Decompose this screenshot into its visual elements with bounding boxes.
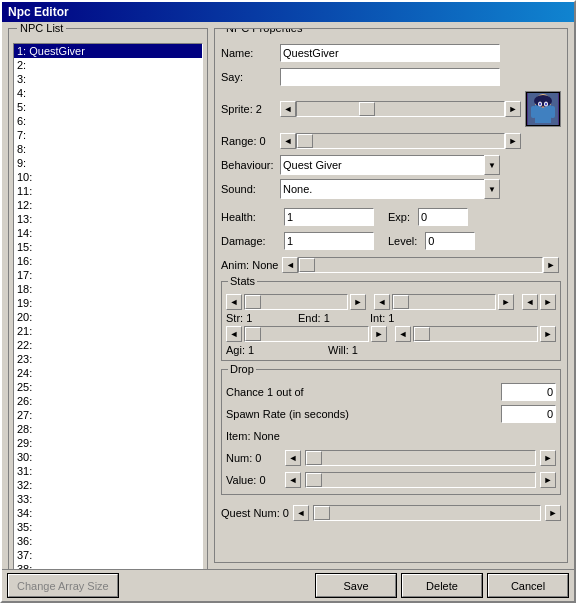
anim-left-btn[interactable]: ◄	[282, 257, 298, 273]
npc-list-item[interactable]: 23:	[14, 352, 202, 366]
will-val: Will: 1	[328, 344, 378, 356]
sprite-right-btn[interactable]: ►	[505, 101, 521, 117]
npc-list-item[interactable]: 12:	[14, 198, 202, 212]
exp-input[interactable]	[418, 208, 468, 226]
sound-row: Sound: None. ▼	[221, 179, 561, 199]
end-right-btn[interactable]: ►	[498, 294, 514, 310]
item-label: Item: None	[226, 430, 280, 442]
cancel-button[interactable]: Cancel	[488, 574, 568, 597]
npc-list-item[interactable]: 19:	[14, 296, 202, 310]
npc-list-item[interactable]: 21:	[14, 324, 202, 338]
npc-list-item[interactable]: 15:	[14, 240, 202, 254]
npc-list-item[interactable]: 5:	[14, 100, 202, 114]
npc-list-item[interactable]: 30:	[14, 450, 202, 464]
npc-list-item[interactable]: 20:	[14, 310, 202, 324]
npc-list-item[interactable]: 33:	[14, 492, 202, 506]
exp-label: Exp:	[388, 211, 410, 223]
change-array-button[interactable]: Change Array Size	[8, 574, 118, 597]
str-track[interactable]	[244, 294, 348, 310]
range-thumb	[297, 134, 313, 148]
npc-list-item[interactable]: 32:	[14, 478, 202, 492]
npc-list-item[interactable]: 4:	[14, 86, 202, 100]
int-left-btn[interactable]: ◄	[522, 294, 538, 310]
will-right-btn[interactable]: ►	[540, 326, 556, 342]
delete-button[interactable]: Delete	[402, 574, 482, 597]
npc-list-item[interactable]: 11:	[14, 184, 202, 198]
chance-input[interactable]	[501, 383, 556, 401]
will-left-btn[interactable]: ◄	[395, 326, 411, 342]
agi-track[interactable]	[244, 326, 369, 342]
behaviour-dropdown-wrapper: Quest Giver Attack on Sight Friendly Sho…	[280, 155, 500, 175]
spawn-input[interactable]	[501, 405, 556, 423]
quest-track[interactable]	[313, 505, 541, 521]
agi-left-btn[interactable]: ◄	[226, 326, 242, 342]
sprite-track[interactable]	[296, 101, 505, 117]
sprite-left-btn[interactable]: ◄	[280, 101, 296, 117]
quest-left-btn[interactable]: ◄	[293, 505, 309, 521]
npc-list-item[interactable]: 9:	[14, 156, 202, 170]
str-val: Str: 1	[226, 312, 276, 324]
npc-list-item[interactable]: 10:	[14, 170, 202, 184]
save-button[interactable]: Save	[316, 574, 396, 597]
str-right-btn[interactable]: ►	[350, 294, 366, 310]
spawn-row: Spawn Rate (in seconds)	[226, 404, 556, 424]
damage-label: Damage:	[221, 235, 276, 247]
npc-list-item[interactable]: 8:	[14, 142, 202, 156]
npc-list-item[interactable]: 28:	[14, 422, 202, 436]
npc-list-item[interactable]: 13:	[14, 212, 202, 226]
will-track[interactable]	[413, 326, 538, 342]
npc-list-item[interactable]: 34:	[14, 506, 202, 520]
sound-dropdown-wrapper: None. ▼	[280, 179, 500, 199]
npc-list[interactable]: 1: QuestGiver2:3:4:5:6:7:8:9:10:11:12:13…	[13, 43, 203, 569]
npc-list-item[interactable]: 14:	[14, 226, 202, 240]
int-right-btn[interactable]: ►	[540, 294, 556, 310]
health-input[interactable]	[284, 208, 374, 226]
npc-list-item[interactable]: 29:	[14, 436, 202, 450]
npc-list-item[interactable]: 25:	[14, 380, 202, 394]
npc-list-item[interactable]: 2:	[14, 58, 202, 72]
npc-list-item[interactable]: 38:	[14, 562, 202, 569]
agi-right-btn[interactable]: ►	[371, 326, 387, 342]
level-input[interactable]	[425, 232, 475, 250]
range-left-btn[interactable]: ◄	[280, 133, 296, 149]
npc-list-item[interactable]: 1: QuestGiver	[14, 44, 202, 58]
say-row: Say:	[221, 67, 561, 87]
num-left-btn[interactable]: ◄	[285, 450, 301, 466]
end-track[interactable]	[392, 294, 496, 310]
npc-list-item[interactable]: 37:	[14, 548, 202, 562]
npc-list-item[interactable]: 17:	[14, 268, 202, 282]
str-left-btn[interactable]: ◄	[226, 294, 242, 310]
num-track[interactable]	[305, 450, 536, 466]
main-content: NPC List 1: QuestGiver2:3:4:5:6:7:8:9:10…	[2, 22, 574, 569]
end-left-btn[interactable]: ◄	[374, 294, 390, 310]
value-track[interactable]	[305, 472, 536, 488]
num-thumb	[306, 451, 322, 465]
npc-list-item[interactable]: 16:	[14, 254, 202, 268]
anim-right-btn[interactable]: ►	[543, 257, 559, 273]
npc-list-item[interactable]: 6:	[14, 114, 202, 128]
behaviour-dropdown[interactable]: Quest Giver Attack on Sight Friendly Sho…	[280, 155, 500, 175]
npc-list-item[interactable]: 22:	[14, 338, 202, 352]
quest-right-btn[interactable]: ►	[545, 505, 561, 521]
npc-list-item[interactable]: 26:	[14, 394, 202, 408]
npc-list-item[interactable]: 24:	[14, 366, 202, 380]
sound-dropdown[interactable]: None.	[280, 179, 500, 199]
num-right-btn[interactable]: ►	[540, 450, 556, 466]
npc-list-item[interactable]: 36:	[14, 534, 202, 548]
range-track[interactable]	[296, 133, 505, 149]
npc-list-item[interactable]: 27:	[14, 408, 202, 422]
sprite-label: Sprite: 2	[221, 103, 276, 115]
value-left-btn[interactable]: ◄	[285, 472, 301, 488]
damage-input[interactable]	[284, 232, 374, 250]
npc-list-item[interactable]: 31:	[14, 464, 202, 478]
npc-list-item[interactable]: 35:	[14, 520, 202, 534]
say-input[interactable]	[280, 68, 500, 86]
value-right-btn[interactable]: ►	[540, 472, 556, 488]
anim-track[interactable]	[298, 257, 543, 273]
range-right-btn[interactable]: ►	[505, 133, 521, 149]
npc-list-item[interactable]: 18:	[14, 282, 202, 296]
npc-list-item[interactable]: 3:	[14, 72, 202, 86]
sound-label: Sound:	[221, 183, 276, 195]
npc-list-item[interactable]: 7:	[14, 128, 202, 142]
name-input[interactable]	[280, 44, 500, 62]
